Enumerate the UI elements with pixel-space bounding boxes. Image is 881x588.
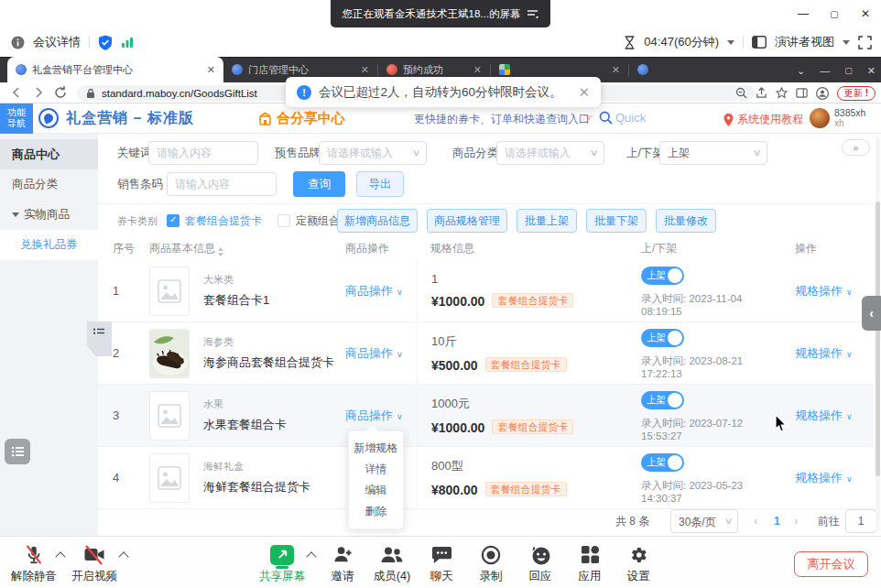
minimize-button[interactable]: — — [788, 0, 819, 27]
browser-update-button[interactable]: 更新! — [837, 86, 876, 101]
quick-search-label[interactable]: Quick — [615, 111, 646, 125]
zoom-icon[interactable] — [735, 87, 747, 99]
package-card-option[interactable]: 套餐组合提货卡 — [185, 209, 262, 233]
shelf-status-toggle[interactable]: 上架 — [641, 267, 684, 285]
quick-search-icon[interactable] — [599, 111, 613, 125]
leave-meeting-button[interactable]: 离开会议 — [794, 551, 868, 577]
site-favicon — [386, 64, 397, 75]
batch-on-shelf-button[interactable]: 批量上架 — [517, 209, 577, 233]
search-button[interactable]: 查询 — [293, 171, 345, 197]
site-favicon — [637, 64, 648, 75]
timer-dropdown-caret-icon[interactable] — [727, 40, 734, 45]
page-size-select[interactable]: 30条/页∨ — [670, 509, 738, 533]
network-signal-icon[interactable] — [121, 36, 134, 49]
expand-side-panel-handle[interactable]: ‹ — [862, 296, 881, 331]
share-screen-button[interactable]: 共享屏幕 — [253, 542, 311, 584]
profile-icon[interactable] — [816, 87, 829, 100]
meeting-window: 您正在观看金禾通技术王斌18...的屏幕 — ▢ ✕ 会议详情 04:47(60… — [0, 0, 881, 588]
user-avatar[interactable] — [810, 108, 830, 128]
menu-item-edit[interactable]: 编辑 — [349, 480, 403, 501]
category-select[interactable]: 请选择或输入∨ — [496, 141, 604, 165]
forward-icon[interactable] — [31, 85, 46, 100]
shelf-status-toggle[interactable]: 上架 — [641, 391, 684, 409]
bookmark-star-icon[interactable] — [776, 87, 788, 99]
menu-item-delete[interactable]: 删除 — [349, 501, 403, 522]
meeting-details-button[interactable]: 会议详情 — [33, 34, 81, 50]
collapse-filters-button[interactable]: » — [842, 139, 870, 156]
view-dropdown-caret-icon[interactable] — [843, 40, 850, 45]
unmute-button[interactable]: 解除静音 — [5, 542, 63, 584]
brand-select[interactable]: 请选择或输入∨ — [319, 141, 427, 165]
keyword-input[interactable] — [148, 141, 258, 165]
shelf-status-toggle[interactable]: 上架 — [641, 329, 684, 347]
barcode-input[interactable] — [167, 172, 277, 196]
sidebar-item-physical-goods[interactable]: 实物商品 — [0, 200, 98, 230]
browser-tab-1[interactable]: 礼盒营销平台管理中心 ✕ — [7, 57, 223, 82]
tab-close-icon[interactable]: ✕ — [207, 65, 215, 75]
location-pin-icon — [723, 114, 734, 126]
page-scrollbar — [876, 137, 880, 531]
security-shield-icon[interactable] — [98, 35, 113, 50]
reload-icon[interactable] — [53, 85, 68, 100]
pointing-finger-icon: ☞ — [582, 111, 594, 125]
scrollbar-thumb[interactable] — [876, 201, 880, 476]
browser-minimize-button[interactable]: — — [820, 65, 830, 76]
tab-search-caret-icon[interactable]: ⌄ — [797, 65, 805, 77]
close-button[interactable]: ✕ — [850, 0, 881, 27]
side-panel-icon[interactable] — [796, 87, 808, 99]
sidebar-item-goods-category[interactable]: 商品分类 — [0, 169, 98, 200]
package-card-checkbox[interactable] — [167, 214, 179, 227]
spec-action-dropdown[interactable]: 规格操作 — [795, 408, 853, 422]
next-page-icon[interactable]: › — [794, 509, 798, 533]
goto-page-input[interactable] — [845, 509, 876, 533]
share-center-icon — [258, 112, 272, 125]
spec-manage-button[interactable]: 商品规格管理 — [427, 209, 507, 233]
export-button[interactable]: 导出 — [356, 171, 404, 197]
current-page[interactable]: 1 — [774, 509, 780, 533]
shelf-status-toggle[interactable]: 上架 — [641, 453, 684, 472]
menu-item-details[interactable]: 详情 — [349, 459, 403, 480]
function-nav-button[interactable]: 功能导航 — [0, 103, 33, 134]
share-icon[interactable] — [756, 87, 767, 99]
product-thumbnail-placeholder — [149, 391, 190, 441]
sort-icon[interactable] — [218, 247, 223, 256]
notification-close-icon[interactable]: ✕ — [578, 84, 590, 101]
menu-item-add-spec[interactable]: 新增规格 — [349, 438, 403, 459]
spec-action-dropdown[interactable]: 规格操作 — [795, 471, 853, 485]
browser-restore-button[interactable]: ▢ — [844, 66, 853, 75]
maximize-button[interactable]: ▢ — [819, 0, 850, 27]
product-action-dropdown[interactable]: 商品操作 — [345, 346, 403, 360]
floating-list-button[interactable] — [5, 439, 30, 464]
banner-list-icon[interactable] — [527, 9, 538, 19]
tab-close-icon[interactable]: ✕ — [612, 65, 620, 75]
view-mode-selector[interactable]: 演讲者视图 — [775, 34, 834, 50]
notification-info-icon: ! — [297, 85, 311, 100]
back-icon[interactable] — [9, 85, 24, 100]
shelf-status-label: 上/下架 — [626, 141, 664, 165]
product-action-dropdown[interactable]: 商品操作 — [345, 408, 403, 422]
product-action-dropdown[interactable]: 商品操作 — [345, 284, 403, 298]
batch-off-shelf-button[interactable]: 批量下架 — [586, 209, 647, 233]
start-video-button[interactable]: 开启视频 — [65, 542, 124, 584]
spec-action-dropdown[interactable]: 规格操作 — [795, 284, 853, 298]
fixed-amount-card-checkbox[interactable] — [277, 214, 290, 227]
browser-close-button[interactable]: ✕ — [867, 65, 876, 77]
meeting-toolbar: 解除静音 开启视频 共享屏幕 邀请 成员(4) — [0, 536, 881, 588]
sidebar-item-gift-voucher[interactable]: 兑换礼品券 — [0, 230, 98, 260]
prev-page-icon[interactable]: ‹ — [754, 509, 757, 533]
shelf-status-select[interactable]: 上架∨ — [659, 141, 767, 165]
goto-label: 前往 — [818, 509, 840, 533]
tab-close-icon[interactable]: ✕ — [361, 65, 369, 75]
tutorial-link[interactable]: 系统使用教程 — [723, 112, 803, 127]
browser-tab-5[interactable] — [629, 57, 702, 82]
add-product-button[interactable]: 新增商品信息 — [337, 209, 418, 233]
tab-close-icon[interactable]: ✕ — [473, 65, 482, 75]
quick-entry-hint: 更快捷的券卡、订单和快递查询入口 — [414, 112, 590, 127]
batch-edit-button[interactable]: 批量修改 — [656, 209, 716, 233]
share-center-link[interactable]: 合分享中心 — [258, 110, 345, 127]
fullscreen-icon[interactable] — [858, 36, 872, 49]
spec-action-dropdown[interactable]: 规格操作 — [795, 346, 853, 360]
keyword-label: 关键词 — [117, 141, 152, 165]
settings-button[interactable]: 设置 — [609, 542, 668, 584]
table-row: 3 水果水果套餐组合卡 商品操作 1000元 ¥1000.00套餐组合提货卡 上… — [98, 385, 874, 447]
